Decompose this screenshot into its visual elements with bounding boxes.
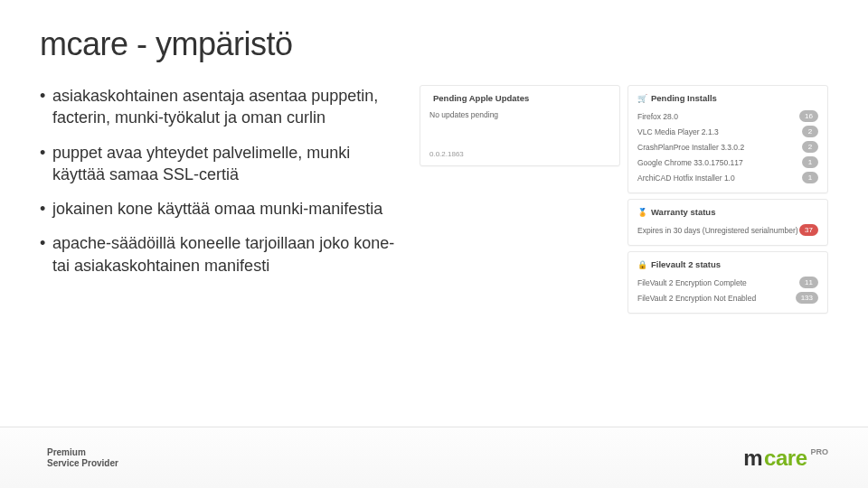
filevault-item: FileVault 2 Encryption Complete xyxy=(637,278,747,287)
brand-pro: PRO xyxy=(810,447,828,456)
warranty-panel: 🏅Warranty status Expires in 30 days (Unr… xyxy=(627,199,828,246)
count-badge: 37 xyxy=(799,224,818,236)
count-badge: 1 xyxy=(802,156,818,168)
install-name: Google Chrome 33.0.1750.117 xyxy=(637,158,743,167)
cart-icon: 🛒 xyxy=(637,94,647,103)
count-badge: 2 xyxy=(802,141,818,153)
install-name: ArchiCAD Hotfix Installer 1.0 xyxy=(637,174,735,183)
lock-icon: 🔒 xyxy=(637,260,647,269)
bullet-list: asiakaskohtainen asentaja asentaa puppet… xyxy=(40,85,401,314)
count-badge: 2 xyxy=(802,126,818,137)
bullet-item: jokainen kone käyttää omaa munki-manifes… xyxy=(40,198,401,220)
install-name: Firefox 28.0 xyxy=(637,112,678,121)
footer: Premium Service Provider mcarePRO xyxy=(0,427,868,488)
bullet-item: apache-säädöillä koneelle tarjoillaan jo… xyxy=(40,232,401,277)
count-badge: 11 xyxy=(799,277,818,288)
warranty-text: Expires in 30 days (Unregistered serialn… xyxy=(637,226,798,235)
pending-installs-panel: 🛒Pending Installs Firefox 28.016 VLC Med… xyxy=(627,85,828,193)
bullet-item: asiakaskohtainen asentaja asentaa puppet… xyxy=(40,85,401,129)
install-name: CrashPlanProe Installer 3.3.0.2 xyxy=(637,143,744,152)
brand-m: m xyxy=(743,446,762,471)
brand-care: care xyxy=(764,446,807,471)
bullet-item: puppet avaa yhteydet palvelimelle, munki… xyxy=(40,142,401,186)
pending-apple-updates-panel: Pending Apple Updates No updates pending… xyxy=(420,85,620,166)
filevault-panel: 🔒Filevault 2 status FileVault 2 Encrypti… xyxy=(627,251,828,314)
stub-version: 0.0.2.1863 xyxy=(429,150,464,158)
footer-line2: Service Provider xyxy=(47,458,118,469)
count-badge: 16 xyxy=(799,110,818,122)
award-icon: 🏅 xyxy=(637,208,647,217)
slide-title: mcare - ympäristö xyxy=(40,25,828,63)
panel-title: Pending Installs xyxy=(651,93,717,103)
no-updates-text: No updates pending xyxy=(429,110,498,119)
filevault-item: FileVault 2 Encryption Not Enabled xyxy=(637,294,756,303)
count-badge: 133 xyxy=(796,292,818,304)
panel-title: Filevault 2 status xyxy=(651,259,721,269)
brand-logo: mcarePRO xyxy=(743,446,828,471)
dashboard-panels: Pending Apple Updates No updates pending… xyxy=(420,85,828,314)
count-badge: 1 xyxy=(802,172,818,183)
install-name: VLC Media Player 2.1.3 xyxy=(637,127,719,136)
footer-line1: Premium xyxy=(47,447,118,458)
panel-title: Pending Apple Updates xyxy=(433,93,529,103)
panel-title: Warranty status xyxy=(651,207,715,217)
